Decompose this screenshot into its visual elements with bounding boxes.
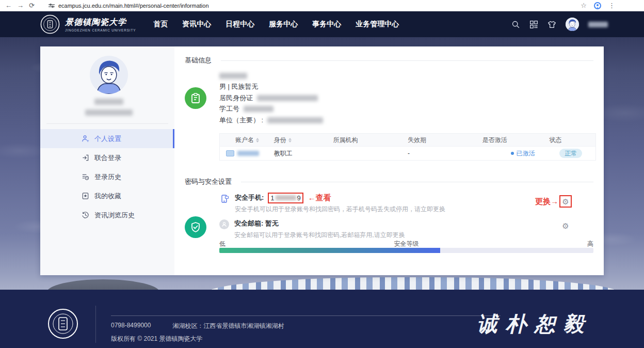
secure-phone-row: 安全手机: 1 9 ←查看 安全手机可以用于登录账号和找回密码，若手机号码丢失或… [219,193,445,214]
browser-menu-icon[interactable]: ⋮ [608,2,615,9]
bookmark-star-icon[interactable]: ☆ [581,2,587,9]
university-title: 景德镇陶瓷大学 JINGDEZHEN CERAMIC UNIVERSITY [65,17,136,32]
account-table-header: 账户名 身份 所属机构 失效期 是否激活 状态 [220,134,595,146]
security-level-bar [219,248,593,253]
gender-ethnicity: 男 | 民族暂无 [219,82,259,91]
site-settings-icon [48,3,55,8]
porcelain-bowl-band [0,275,644,290]
email-user-icon [219,219,229,229]
sidebar-item-personal-settings[interactable]: 个人设置 [40,129,174,148]
sidebar-item-browse-history[interactable]: 资讯浏览历史 [40,205,174,225]
shield-badge-icon [185,216,206,238]
main-content: 基础信息 男 | 民族暂无 居民身份证 学工号 单位（主要） : 账户名 身份 … [174,46,604,275]
user-name-masked [219,73,247,79]
profile-avatar [90,56,128,94]
browser-back-button[interactable]: ← [5,2,12,9]
sidebar-item-label: 联合登录 [94,153,121,163]
browser-profile-icon[interactable] [594,2,601,9]
site-header: 景德镇陶瓷大学 JINGDEZHEN CERAMIC UNIVERSITY 首页… [0,11,644,37]
browser-reload-button[interactable]: ⟳ [29,2,35,9]
nav-home[interactable]: 首页 [153,20,168,29]
view-annotation: ←查看 [308,193,331,203]
col-status: 状态 [549,136,595,145]
col-identity[interactable]: 身份 [274,136,333,145]
footer-topline [111,315,501,316]
footer-address: 湘湖校区：江西省景德镇市湘湖镇湘湖村 [172,322,284,330]
personal-center-card: 个人设置 联合登录 登录历史 我的收藏 资讯浏览历史 基础信息 [40,46,604,275]
phone-prefix: 1 [270,194,274,202]
security-title: 密码与安全设置 [185,177,232,186]
phone-masked [276,195,296,200]
history-clock-icon [82,211,89,219]
footer-copyright: 版权所有 © 2021 景德镇陶瓷大学 [111,335,203,343]
unit-label: 单位（主要） : [219,116,263,125]
account-table-row: 教职工 - 已激活 正常 [220,146,595,160]
url-text: ecampus.jcu.edu.cn/main.html#/personal-c… [58,3,209,9]
nav-business-center[interactable]: 业务管理中心 [356,20,399,29]
sidebar-item-login-history[interactable]: 登录历史 [40,167,174,186]
sidebar-item-label: 登录历史 [94,172,121,182]
sidebar-item-label: 资讯浏览历史 [94,211,135,220]
col-activated: 是否激活 [482,136,550,145]
university-name-en: JINGDEZHEN CERAMIC UNIVERSITY [65,28,136,32]
staff-no-label: 学工号 [219,104,239,114]
sidebar-menu: 个人设置 联合登录 登录历史 我的收藏 资讯浏览历史 [40,129,174,225]
browser-toolbar: ← → ⟳ ecampus.jcu.edu.cn/main.html#/pers… [0,0,644,11]
col-expiry: 失效期 [408,136,482,145]
browser-forward-button[interactable]: → [17,2,24,9]
address-bar[interactable]: ecampus.jcu.edu.cn/main.html#/personal-c… [48,3,575,9]
secure-email-label: 安全邮箱: 暂无 [234,219,279,228]
secure-email-desc: 安全邮箱可以用于登录账号和找回密码,若邮箱弃用,请立即更换 [234,231,405,240]
sidebar-item-label: 我的收藏 [94,192,121,201]
sort-icon[interactable] [288,138,292,143]
change-annotation: 更换→ [535,197,558,207]
main-nav: 首页 资讯中心 日程中心 服务中心 事务中心 业务管理中心 [153,20,399,29]
phone-icon [219,194,230,204]
nav-news-center[interactable]: 资讯中心 [182,20,211,29]
footer-motto-calligraphy: 诚朴恕毅 [477,310,592,338]
secure-email-row: 安全邮箱: 暂无 安全邮箱可以用于登录账号和找回密码,若邮箱弃用,请立即更换 [219,218,405,240]
unit-masked [267,117,323,123]
qr-code-icon[interactable] [529,20,538,29]
search-icon[interactable] [511,20,520,29]
user-avatar[interactable] [566,18,579,31]
nav-schedule-center[interactable]: 日程中心 [226,20,254,29]
email-settings-gear-button[interactable]: ⚙ [560,220,571,231]
university-name-zh: 景德镇陶瓷大学 [65,17,136,28]
profile-name-masked [94,99,123,105]
account-name-masked [237,151,259,156]
status-badge: 正常 [559,149,582,158]
footer-phone: 0798-8499000 [111,322,151,330]
id-card-label: 居民身份证 [219,93,253,103]
level-center-label: 安全等级 [394,240,419,248]
id-card-masked [257,95,318,101]
theme-clothes-icon[interactable] [548,20,556,29]
nav-affairs-center[interactable]: 事务中心 [312,20,341,29]
person-gear-icon [82,135,89,143]
level-high-label: 高 [587,240,593,248]
account-card-icon [226,150,234,156]
basic-info-block: 男 | 民族暂无 居民身份证 学工号 单位（主要） : [185,70,323,126]
phone-number-highlight: 1 9 [268,193,303,203]
sidebar-item-federated-login[interactable]: 联合登录 [40,148,174,167]
header-username-masked [588,22,608,27]
clipboard-badge-icon [185,87,206,109]
list-clock-icon [82,173,89,181]
login-icon [82,154,89,162]
expiry-cell: - [408,150,482,157]
security-section-head: 密码与安全设置 [185,177,593,186]
gear-icon: ⚙ [562,198,569,205]
basic-info-title: 基础信息 [185,56,212,65]
col-organization: 所属机构 [333,136,408,145]
activated-cell: 已激活 [482,149,550,158]
footer-university-seal [47,308,78,339]
level-low-label: 低 [219,240,226,248]
phone-settings-gear-button[interactable]: ⚙ [559,195,572,208]
secure-phone-desc: 安全手机可以用于登录账号和找回密码，若手机号码丢失或停用，请立即更换 [235,205,445,214]
phone-suffix: 9 [297,194,301,202]
col-account-name[interactable]: 账户名 [220,136,274,145]
sidebar-item-favorites[interactable]: 我的收藏 [40,186,174,205]
university-logo [40,14,60,34]
nav-service-center[interactable]: 服务中心 [269,20,298,29]
sort-icon[interactable] [256,138,259,143]
